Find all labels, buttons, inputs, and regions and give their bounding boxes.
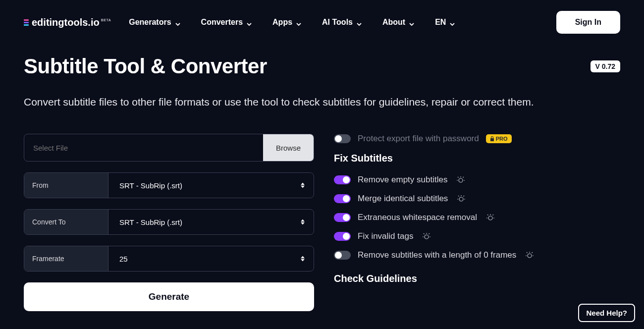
bulb-icon <box>525 251 534 260</box>
convert-to-label: Convert To <box>24 210 108 234</box>
fix-toggle-2[interactable] <box>334 213 351 222</box>
nav-apps[interactable]: Apps <box>272 18 301 27</box>
pro-badge: PRO <box>486 134 512 143</box>
signin-button[interactable]: Sign In <box>556 11 620 34</box>
protect-row: Protect export file with password PRO <box>334 134 620 144</box>
beta-badge: BETA <box>101 18 111 22</box>
fix-row-4: Remove subtitles with a length of 0 fram… <box>334 250 620 260</box>
framerate-label: Framerate <box>24 246 108 271</box>
chevron-down-icon <box>296 20 301 25</box>
header: editingtools.io BETA Generators Converte… <box>0 0 644 45</box>
sort-icon <box>301 256 305 262</box>
need-help-button[interactable]: Need Help? <box>578 304 635 322</box>
svg-point-2 <box>488 216 492 220</box>
protect-label: Protect export file with password <box>358 134 479 144</box>
bulb-icon <box>486 213 495 222</box>
from-field: From SRT - SubRip (.srt) <box>24 172 314 198</box>
nav-ai-tools[interactable]: AI Tools <box>322 18 362 27</box>
protect-toggle[interactable] <box>334 134 351 143</box>
svg-point-0 <box>459 178 463 182</box>
fix-row-1: Merge identical subtitles <box>334 194 620 204</box>
fix-row-3: Fix invalid tags <box>334 231 620 241</box>
page-title: Subtitle Tool & Converter <box>24 55 267 78</box>
nav-converters[interactable]: Converters <box>201 18 252 27</box>
page-subtitle: Convert subtitle files to other file for… <box>24 96 620 108</box>
fix-toggle-0[interactable] <box>334 175 351 184</box>
fix-toggle-4[interactable] <box>334 251 351 260</box>
check-title: Check Guidelines <box>334 273 620 284</box>
bulb-icon <box>422 232 431 241</box>
sort-icon <box>301 219 305 225</box>
bulb-icon <box>457 194 466 203</box>
from-label: From <box>24 173 108 198</box>
chevron-down-icon <box>409 20 414 25</box>
nav-language[interactable]: EN <box>435 18 455 27</box>
svg-point-3 <box>425 235 429 239</box>
framerate-field: Framerate 25 <box>24 246 314 272</box>
bulb-icon <box>456 175 465 184</box>
browse-button[interactable]: Browse <box>263 134 314 161</box>
convert-to-field: Convert To SRT - SubRip (.srt) <box>24 209 314 235</box>
nav-about[interactable]: About <box>382 18 414 27</box>
chevron-down-icon <box>247 20 252 25</box>
convert-to-select[interactable]: SRT - SubRip (.srt) <box>108 210 314 234</box>
svg-point-1 <box>459 197 463 201</box>
lock-icon <box>490 136 494 141</box>
logo[interactable]: editingtools.io BETA <box>24 17 111 28</box>
fix-row-2: Extraneous whitespace removal <box>334 213 620 222</box>
version-badge: V 0.72 <box>590 60 620 72</box>
framerate-select[interactable]: 25 <box>108 246 314 271</box>
chevron-down-icon <box>357 20 362 25</box>
from-select[interactable]: SRT - SubRip (.srt) <box>108 173 314 198</box>
fix-toggle-1[interactable] <box>334 194 351 203</box>
file-picker: Browse <box>24 134 314 162</box>
nav: Generators Converters Apps AI Tools Abou… <box>129 18 455 27</box>
generate-button[interactable]: Generate <box>24 282 314 311</box>
fix-toggle-3[interactable] <box>334 232 351 241</box>
nav-generators[interactable]: Generators <box>129 18 180 27</box>
fix-title: Fix Subtitles <box>334 153 620 164</box>
logo-icon <box>24 19 29 26</box>
sort-icon <box>301 183 305 188</box>
logo-text: editingtools.io <box>32 17 100 28</box>
chevron-down-icon <box>450 20 455 25</box>
svg-point-4 <box>528 254 532 258</box>
file-input[interactable] <box>24 134 263 161</box>
chevron-down-icon <box>175 20 180 25</box>
fix-row-0: Remove empty subtitles <box>334 175 620 185</box>
